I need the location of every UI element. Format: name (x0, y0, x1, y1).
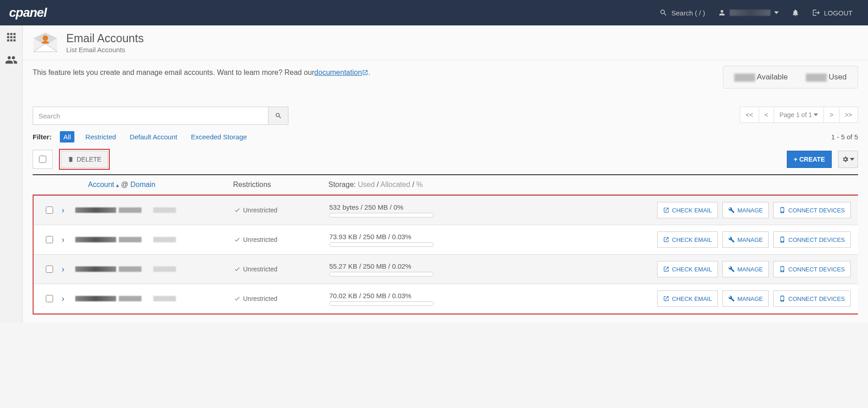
user-icon (718, 9, 726, 17)
connect-devices-button[interactable]: CONNECT DEVICES (773, 231, 851, 248)
account-name-redacted (119, 296, 141, 301)
table-body: › Unrestricted 532 bytes / 250 MB / 0% C… (33, 195, 858, 315)
stats-box: Available Used (723, 66, 858, 88)
page-subtitle: List Email Accounts (66, 46, 144, 54)
account-cell (75, 296, 234, 301)
search-input[interactable] (33, 107, 268, 125)
restriction-cell: Unrestricted (234, 295, 329, 302)
account-domain-redacted (153, 266, 176, 272)
global-search[interactable]: Search ( / ) (653, 9, 711, 17)
manage-button[interactable]: MANAGE (722, 290, 769, 307)
settings-button[interactable] (838, 151, 858, 168)
account-cell (75, 207, 234, 213)
available-count-redacted (734, 74, 755, 82)
delete-button[interactable]: DELETE (61, 151, 108, 168)
external-link-icon (663, 207, 669, 213)
account-name-redacted (75, 296, 116, 301)
logo[interactable]: cPanel (9, 5, 47, 20)
page-prev[interactable]: < (759, 107, 774, 123)
expand-row[interactable]: › (62, 206, 75, 215)
external-link-icon (663, 295, 669, 302)
expand-row[interactable]: › (62, 294, 75, 304)
filter-label: Filter: (33, 133, 52, 141)
main: Email Accounts List Email Accounts This … (23, 25, 868, 323)
col-restrictions: Restrictions (233, 181, 328, 189)
expand-row[interactable]: › (62, 235, 75, 245)
storage-bar (329, 242, 434, 247)
expand-row[interactable]: › (62, 265, 75, 274)
restriction-cell: Unrestricted (234, 236, 329, 243)
check-email-button[interactable]: CHECK EMAIL (657, 290, 718, 307)
row-checkbox[interactable] (46, 295, 53, 302)
available-label: Available (757, 73, 788, 81)
account-domain-redacted (153, 296, 176, 301)
storage-bar (329, 301, 434, 306)
external-link-icon (663, 236, 669, 243)
filter-restricted[interactable]: Restricted (83, 131, 119, 143)
external-link-icon (362, 69, 368, 76)
check-email-button[interactable]: CHECK EMAIL (657, 202, 718, 218)
account-name-redacted (75, 237, 116, 242)
documentation-link[interactable]: documentation (314, 69, 362, 77)
logout-icon (812, 9, 820, 17)
search-icon (275, 112, 282, 119)
user-menu[interactable] (712, 9, 785, 17)
wrench-icon (728, 207, 735, 213)
manage-button[interactable]: MANAGE (722, 261, 769, 277)
check-email-button[interactable]: CHECK EMAIL (657, 261, 718, 277)
table-row: › Unrestricted 73.93 KB / 250 MB / 0.03%… (34, 225, 858, 255)
check-icon (234, 207, 240, 213)
col-account[interactable]: Account ▴ (88, 181, 119, 188)
table-row: › Unrestricted 55.27 KB / 250 MB / 0.02%… (34, 255, 858, 284)
page-current[interactable]: Page 1 of 1 (774, 107, 824, 123)
manage-button[interactable]: MANAGE (722, 231, 769, 248)
create-button[interactable]: + CREATE (787, 151, 832, 168)
account-cell (75, 266, 234, 272)
table-header: Account ▴ @ Domain Restrictions Storage:… (33, 175, 858, 195)
wrench-icon (728, 266, 735, 272)
notifications[interactable] (785, 9, 806, 17)
table-row: › Unrestricted 70.02 KB / 250 MB / 0.03%… (34, 284, 858, 314)
select-all-wrap[interactable] (33, 150, 53, 169)
select-all-checkbox[interactable] (39, 156, 46, 163)
page-first[interactable]: << (740, 107, 759, 123)
bell-icon (791, 9, 800, 17)
manage-button[interactable]: MANAGE (722, 202, 769, 218)
external-link-icon (663, 266, 669, 272)
page-header: Email Accounts List Email Accounts (23, 25, 868, 60)
pagination: << < Page 1 of 1 > >> (740, 107, 858, 125)
col-domain[interactable]: Domain (130, 181, 155, 188)
restriction-cell: Unrestricted (234, 265, 329, 273)
page-title: Email Accounts (66, 32, 144, 45)
logout-button[interactable]: LOGOUT (806, 9, 859, 17)
search-button[interactable] (268, 107, 288, 125)
used-count-redacted (806, 74, 827, 82)
storage-cell: 73.93 KB / 250 MB / 0.03% (329, 233, 623, 247)
account-name-redacted (119, 207, 141, 213)
account-cell (75, 237, 234, 242)
search-icon (659, 9, 668, 17)
page-next[interactable]: > (824, 107, 839, 123)
connect-devices-button[interactable]: CONNECT DEVICES (773, 202, 851, 218)
filter-all[interactable]: All (60, 131, 75, 143)
check-icon (234, 295, 240, 302)
connect-devices-button[interactable]: CONNECT DEVICES (773, 290, 851, 307)
chevron-down-icon (814, 113, 818, 116)
connect-devices-button[interactable]: CONNECT DEVICES (773, 261, 851, 277)
chevron-down-icon (850, 158, 854, 161)
row-checkbox[interactable] (46, 236, 53, 243)
sidebar-apps[interactable] (4, 30, 19, 44)
svg-point-0 (43, 35, 48, 41)
check-email-button[interactable]: CHECK EMAIL (657, 231, 718, 248)
page-last[interactable]: >> (839, 107, 858, 123)
search-placeholder-text: Search ( / ) (671, 9, 705, 17)
filter-default[interactable]: Default Account (127, 131, 180, 143)
gear-icon (842, 156, 849, 163)
row-checkbox[interactable] (46, 206, 53, 214)
used-label: Used (829, 73, 847, 81)
filter-exceeded[interactable]: Exceeded Storage (188, 131, 249, 143)
sidebar-users[interactable] (4, 53, 19, 67)
row-checkbox[interactable] (46, 265, 53, 273)
col-storage: Storage: Used / Allocated / % (328, 181, 623, 189)
logout-label: LOGOUT (824, 9, 853, 17)
